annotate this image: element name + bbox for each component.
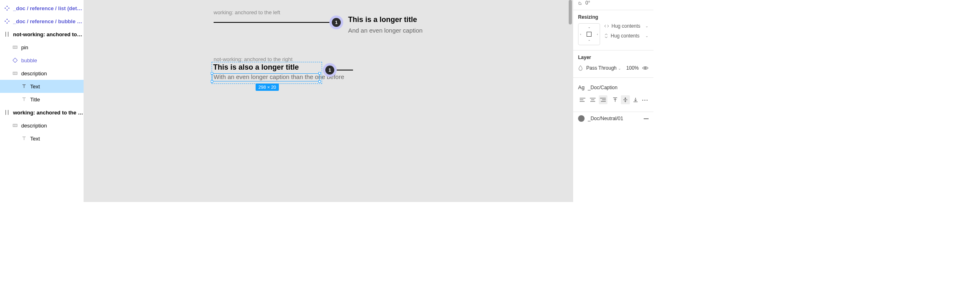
title-text[interactable]: This is a longer title xyxy=(348,15,417,24)
layer-item-component-list[interactable]: _doc / reference / list (detach to … xyxy=(0,2,84,15)
section-title: Resizing xyxy=(573,14,653,23)
text-style-name: _Doc/Caption xyxy=(588,85,618,90)
frame-icon xyxy=(4,110,10,115)
layer-item-description[interactable]: description xyxy=(0,67,84,80)
chevron-up-icon: ⌃ xyxy=(588,40,591,43)
layer-label: working: anchored to the left xyxy=(13,110,84,116)
chevron-down-icon: ⌄ xyxy=(645,34,649,38)
text-icon xyxy=(21,136,27,141)
layer-label: Text xyxy=(30,83,40,90)
fill-style-name: _Doc/Neutral/01 xyxy=(588,116,623,121)
svg-rect-23 xyxy=(13,124,17,127)
typography-icon: Ag xyxy=(578,84,585,90)
layer-label: bubble xyxy=(21,57,37,64)
svg-point-28 xyxy=(645,67,646,69)
frame-label-notworking[interactable]: not-working: anchored to the right xyxy=(214,56,293,62)
chevron-down-icon: ⌄ xyxy=(645,24,649,28)
layer-label: description xyxy=(21,123,47,129)
selection-box[interactable] xyxy=(212,73,320,81)
layer-item-description2[interactable]: description xyxy=(0,119,84,132)
layer-label: Text xyxy=(30,136,40,142)
inspector-panel: 0° Resizing ⌄ ⌃ › ‹ Hug contents ⌄ xyxy=(573,0,653,202)
fill-style-row[interactable]: _Doc/Neutral/01 — xyxy=(573,112,653,125)
text-icon xyxy=(21,83,27,89)
layer-item-frame-working[interactable]: working: anchored to the left xyxy=(0,106,84,119)
rotation-field[interactable]: 0° xyxy=(573,0,653,10)
caption-text[interactable]: And an even longer caption xyxy=(348,27,423,34)
text-icon xyxy=(21,97,27,102)
component-icon xyxy=(4,18,10,24)
svg-rect-4 xyxy=(7,19,8,20)
layer-label: _doc / reference / list (detach to … xyxy=(13,5,84,11)
hug-vertical-icon xyxy=(604,33,608,38)
canvas[interactable]: working: anchored to the left 1 This is … xyxy=(84,0,573,202)
chevron-down-icon: ⌄ xyxy=(588,25,591,29)
rotation-value: 0° xyxy=(585,0,590,6)
layer-item-component-bubble[interactable]: _doc / reference / bubble / base xyxy=(0,15,84,28)
blend-mode-dropdown[interactable]: Pass Through ⌄ xyxy=(586,65,623,71)
align-center-button[interactable] xyxy=(588,95,597,104)
more-options-button[interactable]: ⋯ xyxy=(642,96,649,104)
bubble-marker-2[interactable]: 1 xyxy=(323,63,337,77)
layer-item-pin[interactable]: pin xyxy=(0,41,84,54)
svg-rect-1 xyxy=(7,9,8,11)
layer-item-frame-notworking[interactable]: not-working: anchored to the right xyxy=(0,28,84,41)
pin-line xyxy=(214,22,332,23)
layer-label: pin xyxy=(21,44,28,50)
hug-vertical-label: Hug contents xyxy=(611,33,640,39)
hug-horizontal-label: Hug contents xyxy=(611,23,640,29)
svg-rect-13 xyxy=(13,58,17,62)
chevron-left-icon: ‹ xyxy=(597,33,598,36)
opacity-field[interactable]: 100% xyxy=(626,65,639,71)
eye-icon[interactable] xyxy=(642,66,649,70)
instance-icon xyxy=(12,57,18,63)
bubble-number: 1 xyxy=(332,18,341,27)
frame-icon xyxy=(12,123,18,128)
svg-rect-14 xyxy=(13,72,17,75)
layer-label: Title xyxy=(30,97,40,103)
vertical-resize-dropdown[interactable]: Hug contents ⌄ xyxy=(604,33,649,39)
resize-center-icon xyxy=(587,32,592,37)
align-left-button[interactable] xyxy=(578,95,587,104)
remove-fill-button[interactable]: — xyxy=(644,116,649,121)
layer-section: Layer Pass Through ⌄ 100% xyxy=(573,50,653,78)
align-bottom-button[interactable] xyxy=(631,95,640,104)
color-swatch[interactable] xyxy=(578,115,585,122)
svg-rect-2 xyxy=(4,7,6,9)
text-section: Ag _Doc/Caption ⋯ xyxy=(573,78,653,112)
layer-item-bubble[interactable]: bubble xyxy=(0,54,84,67)
layer-item-title[interactable]: Title xyxy=(0,93,84,106)
section-title: Layer xyxy=(573,55,653,64)
align-middle-button[interactable] xyxy=(621,95,629,104)
layer-label: not-working: anchored to the right xyxy=(13,31,84,37)
svg-rect-3 xyxy=(8,7,9,9)
resize-handle-bl[interactable] xyxy=(211,80,213,83)
resizing-section: Resizing ⌄ ⌃ › ‹ Hug contents ⌄ xyxy=(573,10,653,50)
text-style-row[interactable]: Ag _Doc/Caption xyxy=(573,82,653,93)
svg-rect-7 xyxy=(8,20,9,22)
align-right-button[interactable] xyxy=(599,95,607,104)
title-text-2[interactable]: This is also a longer title xyxy=(213,63,299,72)
align-top-button[interactable] xyxy=(611,95,619,104)
resize-handle-tl[interactable] xyxy=(211,72,213,75)
layer-tree: _doc / reference / list (detach to … _do… xyxy=(0,0,84,202)
layer-item-text2[interactable]: Text xyxy=(0,132,84,145)
layer-item-text-selected[interactable]: Text xyxy=(0,80,84,93)
frame-icon xyxy=(12,70,18,76)
svg-rect-5 xyxy=(7,22,8,24)
resize-handle-br[interactable] xyxy=(318,80,321,83)
resize-constraint-widget[interactable]: ⌄ ⌃ › ‹ xyxy=(578,23,600,45)
dimensions-badge: 298 × 20 xyxy=(256,83,279,91)
angle-icon xyxy=(578,0,583,5)
bubble-marker[interactable]: 1 xyxy=(329,15,343,29)
horizontal-resize-dropdown[interactable]: Hug contents ⌄ xyxy=(604,23,649,29)
pin-line-2 xyxy=(337,70,353,70)
frame-label-working[interactable]: working: anchored to the left xyxy=(214,9,280,15)
hug-horizontal-icon xyxy=(604,24,609,28)
blend-icon xyxy=(578,65,583,71)
frame-icon xyxy=(12,44,18,50)
resize-handle-tr[interactable] xyxy=(318,72,321,75)
layer-label: _doc / reference / bubble / base xyxy=(13,18,84,24)
scrollbar-thumb[interactable] xyxy=(569,0,572,24)
layer-label: description xyxy=(21,70,47,77)
